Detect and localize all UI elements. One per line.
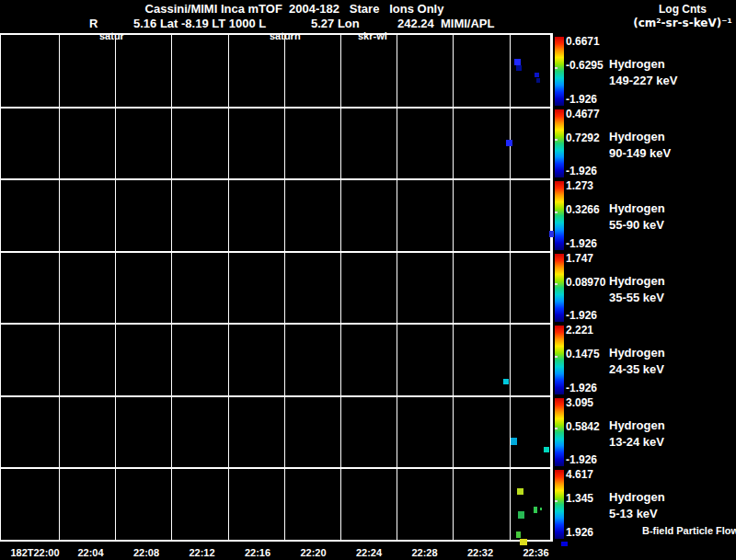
x-tick-label: 182T22:00 <box>10 547 59 558</box>
energy-label: 55-90 keV <box>609 219 664 232</box>
cb-min-label: -1.926 <box>566 166 597 177</box>
cb-max-label: 2.221 <box>566 325 593 337</box>
cb-max-label: 4.617 <box>566 469 593 481</box>
cb-min-label: -1.926 <box>566 310 597 322</box>
x-gridline <box>397 35 397 541</box>
colorbar <box>555 109 564 178</box>
energy-label: 24-35 keV <box>609 363 664 376</box>
data-point <box>561 542 568 546</box>
cb-min-label: -1.926 <box>566 454 597 466</box>
data-point <box>540 508 542 510</box>
data-point <box>536 78 540 83</box>
data-point <box>506 140 512 146</box>
data-point <box>516 65 522 71</box>
panel-separator <box>0 395 553 397</box>
cb-mid-label: 0.3266 <box>566 204 600 216</box>
data-point <box>549 231 554 237</box>
colorbar-mid-tick <box>555 356 558 358</box>
species-label: Hydrogen <box>609 419 665 432</box>
x-tick-label: 22:16 <box>245 547 270 558</box>
cb-mid-label: 0.7292 <box>566 132 600 144</box>
data-point <box>517 488 523 495</box>
energy-label: 35-55 keV <box>609 291 664 304</box>
ephemeris-instrument: 242.24 MIMI/APL <box>397 17 494 30</box>
colorbar <box>555 326 564 394</box>
cb-mid-label: 0.08970 <box>566 277 605 289</box>
panel-separator <box>0 251 553 253</box>
cb-mid-label: 0.5842 <box>566 421 600 433</box>
energy-label: 149-227 keV <box>609 74 677 87</box>
cb-min-label: -1.926 <box>566 94 597 106</box>
data-point <box>534 507 537 513</box>
cb-min-label: -1.926 <box>566 238 597 250</box>
colorbar <box>555 398 564 467</box>
cb-max-label: 3.095 <box>566 397 593 409</box>
colorbar-mid-tick <box>555 500 558 502</box>
panel-separator <box>0 467 553 469</box>
plot-left-border <box>0 35 1 541</box>
species-label: Hydrogen <box>609 347 665 360</box>
cb-max-label: 0.6671 <box>566 36 600 48</box>
colorbar-units-title: Log Cnts <box>611 4 736 16</box>
page-title: Cassini/MIMI Inca mTOF 2004-182 Stare Io… <box>0 3 589 16</box>
panel-separator <box>0 540 553 542</box>
species-label: Hydrogen <box>609 275 665 288</box>
x-gridline <box>171 35 172 541</box>
bfield-particle-flow-label: B-field Particle Flow <box>642 525 736 536</box>
panel-separator <box>0 178 553 180</box>
cb-max-label: 1.747 <box>566 253 593 265</box>
cb-min-label: -1.926 <box>566 383 597 394</box>
energy-label: 5-13 keV <box>609 508 658 520</box>
x-gridline <box>340 35 341 541</box>
ephemeris-r-label: R <box>89 17 98 30</box>
ephemeris-lon: 5.27 Lon <box>311 17 360 30</box>
species-label: Hydrogen <box>609 58 665 71</box>
cb-min-label: 1.926 <box>566 527 593 539</box>
x-tick-label: 22:24 <box>356 547 382 558</box>
cb-max-label: 1.273 <box>566 180 593 192</box>
data-point <box>503 379 509 384</box>
cb-mid-label: -0.6295 <box>566 60 604 72</box>
colorbar-mid-tick <box>555 428 558 429</box>
x-tick-label: 22:20 <box>300 547 326 558</box>
colorbar-mid-tick <box>555 283 558 285</box>
x-tick-label: 22:04 <box>77 547 103 558</box>
species-label: Hydrogen <box>609 491 665 504</box>
data-point <box>518 511 524 519</box>
event-annotation: satur <box>99 30 124 41</box>
x-gridline <box>284 35 285 541</box>
cb-max-label: 0.4677 <box>566 109 600 120</box>
colorbar-mid-tick <box>555 139 558 141</box>
colorbar-units-formula: (cm²-sr-s-keV)⁻¹ <box>611 17 736 29</box>
x-tick-label: 22:32 <box>467 547 493 558</box>
spectrogram-window: Cassini/MIMI Inca mTOF 2004-182 Stare Io… <box>0 0 736 560</box>
energy-label: 13-24 keV <box>609 436 664 449</box>
colorbar-mid-tick <box>555 211 558 213</box>
data-point <box>514 59 521 65</box>
x-tick-label: 22:08 <box>133 547 159 558</box>
x-gridline <box>115 35 116 541</box>
data-point <box>520 539 527 545</box>
colorbar <box>555 470 564 539</box>
event-annotation: saturn <box>270 30 301 41</box>
x-tick-label: 22:36 <box>523 547 548 558</box>
cb-mid-label: 1.345 <box>566 493 593 505</box>
data-point <box>544 447 549 452</box>
x-gridline <box>510 35 511 541</box>
plot-right-border <box>550 35 553 541</box>
panel-separator <box>0 107 553 109</box>
event-annotation: skr-wl <box>358 30 387 41</box>
colorbar <box>555 37 564 106</box>
species-label: Hydrogen <box>609 202 665 215</box>
colorbar <box>555 254 564 323</box>
cb-mid-label: 0.1475 <box>566 349 600 360</box>
x-tick-label: 22:28 <box>411 547 437 558</box>
colorbar-mid-tick <box>555 67 558 69</box>
x-tick-label: 22:12 <box>189 547 214 558</box>
panel-separator <box>0 323 553 325</box>
x-gridline <box>453 35 454 541</box>
data-point <box>511 438 517 445</box>
colorbar <box>555 181 564 250</box>
energy-label: 90-149 keV <box>609 147 671 160</box>
x-gridline <box>228 35 229 541</box>
